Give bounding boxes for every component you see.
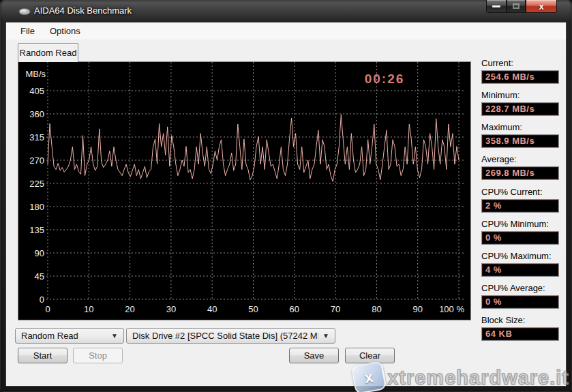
stat-value: 358.9 MB/s xyxy=(481,134,559,148)
elapsed-timer: 00:26 xyxy=(365,72,405,86)
y-axis-label: 0 xyxy=(40,295,44,305)
window-controls: x xyxy=(486,0,557,13)
close-button[interactable]: x xyxy=(526,0,557,13)
drive-value: Disk Drive #2 [SPCC Solid State Dis] (57… xyxy=(132,331,318,341)
stat-label: CPU% Minimum: xyxy=(481,219,559,229)
tab-random-read[interactable]: Random Read xyxy=(18,43,78,62)
x-axis-label: 10 xyxy=(84,304,93,314)
clear-button[interactable]: Clear xyxy=(345,348,395,363)
menu-options[interactable]: Options xyxy=(44,24,87,38)
stat-average: Average: 269.8 MB/s xyxy=(481,154,559,180)
stat-label: Current: xyxy=(481,58,559,68)
stat-label: CPU% Average: xyxy=(481,283,559,293)
x-axis-label: 60 xyxy=(290,304,299,314)
x-axis-label: 20 xyxy=(125,304,134,314)
stat-cpu-current: CPU% Current: 2 % xyxy=(481,187,559,213)
stat-value: 269.8 MB/s xyxy=(481,166,559,180)
stat-current: Current: 254.6 MB/s xyxy=(481,58,559,84)
y-axis-label: 45 xyxy=(35,271,44,282)
stat-value: 64 KB xyxy=(481,327,559,341)
maximize-icon xyxy=(513,3,520,9)
x-axis-label: 0 xyxy=(45,304,50,314)
stat-cpu-minimum: CPU% Minimum: 0 % xyxy=(481,219,559,245)
x-axis-label: 30 xyxy=(166,304,176,314)
stat-value: 0 % xyxy=(481,295,559,309)
stat-label: Maximum: xyxy=(481,122,559,132)
stat-value: 228.7 MB/s xyxy=(481,102,559,116)
maximize-button xyxy=(507,0,526,13)
stat-value: 2 % xyxy=(481,199,559,213)
x-axis-label: 40 xyxy=(207,304,217,314)
y-axis-label: 270 xyxy=(29,155,44,166)
stat-label: Minimum: xyxy=(481,90,559,100)
start-button[interactable]: Start xyxy=(18,348,67,363)
stat-label: CPU% Maximum: xyxy=(481,251,559,261)
stat-value: 0 % xyxy=(481,231,559,245)
benchmark-type-dropdown[interactable]: Random Read ▼ xyxy=(15,328,124,344)
benchmark-type-value: Random Read xyxy=(21,331,107,341)
menu-file[interactable]: File xyxy=(14,24,41,38)
menu-bar: File Options xyxy=(6,22,566,40)
close-icon: x xyxy=(539,2,543,11)
y-axis-label: 405 xyxy=(29,86,44,96)
x-axis-label: 100 % xyxy=(439,304,464,314)
minimize-icon xyxy=(492,5,500,7)
minimize-button[interactable] xyxy=(486,0,507,13)
y-axis-label: 360 xyxy=(29,109,44,119)
stat-maximum: Maximum: 358.9 MB/s xyxy=(481,122,559,148)
x-axis-label: 90 xyxy=(412,304,422,314)
stop-button: Stop xyxy=(73,348,123,363)
chart-panel: 0102030405060708090100 %4053603152702251… xyxy=(18,61,471,320)
chevron-down-icon: ▼ xyxy=(111,332,118,340)
stat-value: 254.6 MB/s xyxy=(481,70,559,84)
y-axis-label: 315 xyxy=(29,132,44,142)
client-area: File Options Random Read 010203040506070… xyxy=(5,22,567,387)
window-title: AIDA64 Disk Benchmark xyxy=(34,5,132,16)
stat-label: Block Size: xyxy=(481,315,559,325)
x-axis-label: 70 xyxy=(331,304,340,314)
benchmark-chart: 0102030405060708090100 %4053603152702251… xyxy=(18,62,470,320)
drive-dropdown[interactable]: Disk Drive #2 [SPCC Solid State Dis] (57… xyxy=(126,328,335,344)
x-axis-label: 80 xyxy=(372,304,381,314)
stats-panel: Current: 254.6 MB/s Minimum: 228.7 MB/s … xyxy=(481,58,559,347)
stat-label: Average: xyxy=(481,154,559,164)
stat-value: 4 % xyxy=(481,263,559,277)
y-axis-label: 135 xyxy=(29,225,44,235)
y-axis-unit-label: MB/s xyxy=(25,69,46,79)
app-window: AIDA64 Disk Benchmark x File Options Ran… xyxy=(0,0,572,392)
y-axis-label: 180 xyxy=(29,202,44,212)
stat-label: CPU% Current: xyxy=(481,187,559,197)
save-button[interactable]: Save xyxy=(289,348,339,363)
x-axis-label: 50 xyxy=(248,304,258,314)
y-axis-label: 225 xyxy=(29,179,44,189)
stat-cpu-maximum: CPU% Maximum: 4 % xyxy=(481,251,559,277)
app-icon xyxy=(18,6,31,16)
title-bar[interactable]: AIDA64 Disk Benchmark x xyxy=(0,0,572,22)
stat-minimum: Minimum: 228.7 MB/s xyxy=(481,90,559,116)
chevron-down-icon: ▼ xyxy=(322,332,329,340)
stat-cpu-average: CPU% Average: 0 % xyxy=(481,283,559,309)
y-axis-label: 90 xyxy=(35,248,44,258)
stat-block-size: Block Size: 64 KB xyxy=(481,315,559,341)
